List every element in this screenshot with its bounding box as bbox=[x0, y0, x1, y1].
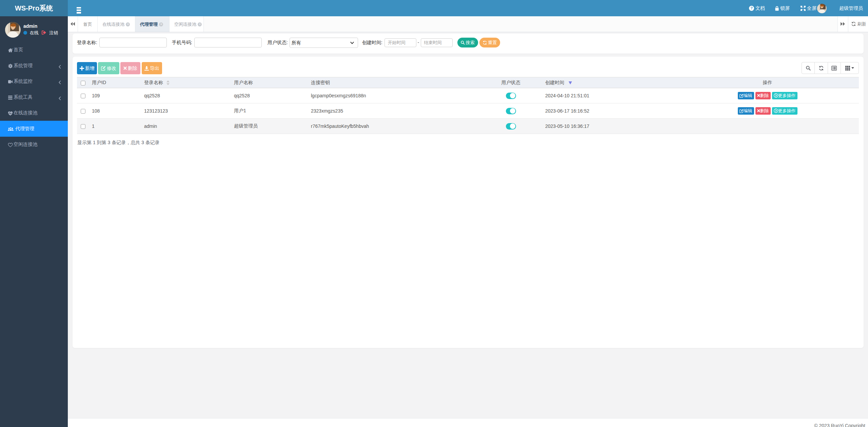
svg-text:?: ? bbox=[750, 6, 753, 10]
